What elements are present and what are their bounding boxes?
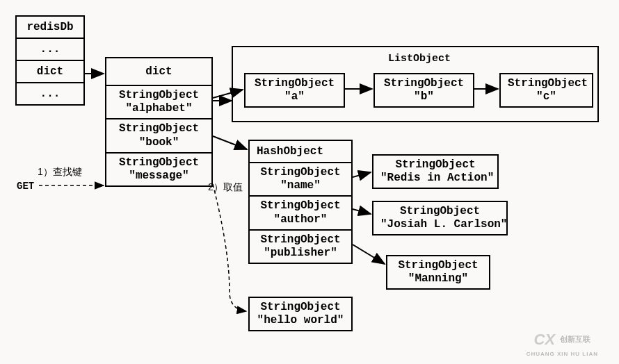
- list-node-a: StringObject "a": [244, 73, 345, 108]
- hash-value-publisher-type: StringObject: [398, 259, 478, 272]
- hash-key-publisher-val: "publisher": [264, 247, 337, 259]
- dict-key-book-type: StringObject: [119, 122, 199, 135]
- redisdb-row-dict: dict: [17, 61, 83, 83]
- hash-key-name: StringObject "name": [250, 163, 351, 197]
- dict-header: dict: [106, 58, 211, 86]
- dict-key-alphabet-val: "alphabet": [125, 102, 192, 115]
- hash-key-name-val: "name": [280, 179, 321, 192]
- message-value: StringObject "hello world": [248, 297, 353, 331]
- dict-key-book-val: "book": [139, 136, 179, 149]
- message-value-type: StringObject: [260, 301, 340, 313]
- svg-line-7: [353, 209, 371, 214]
- hash-value-name-type: StringObject: [395, 158, 475, 171]
- dict-key-message: StringObject "message": [106, 154, 211, 185]
- dict-key-alphabet: StringObject "alphabet": [106, 86, 211, 119]
- redisdb-table: redisDb ... dict ...: [15, 15, 85, 106]
- svg-line-8: [353, 245, 385, 264]
- dict-table: dict StringObject "alphabet" StringObjec…: [105, 57, 213, 187]
- dict-key-message-type: StringObject: [119, 156, 199, 169]
- list-node-c-type: StringObject: [508, 77, 588, 90]
- hash-value-author-type: StringObject: [400, 205, 480, 217]
- dict-key-book: StringObject "book": [106, 119, 211, 153]
- hash-value-publisher: StringObject "Manning": [386, 255, 490, 290]
- list-node-c-val: "c": [536, 90, 556, 103]
- hash-key-author-val: "author": [274, 213, 328, 226]
- hash-value-author-val: "Josiah L. Carlson": [380, 218, 507, 231]
- message-value-val: "hello world": [257, 314, 344, 326]
- watermark-logo: CX: [534, 331, 556, 349]
- list-node-b: StringObject "b": [373, 73, 474, 108]
- hash-value-publisher-val: "Manning": [408, 272, 468, 285]
- redisdb-header: redisDb: [17, 17, 83, 39]
- hash-key-publisher: StringObject "publisher": [250, 231, 351, 263]
- annotation-get: GET: [17, 181, 34, 192]
- list-node-b-type: StringObject: [384, 77, 464, 90]
- hashobject-header: HashObject: [250, 141, 351, 163]
- svg-line-6: [353, 172, 371, 177]
- redisdb-row-ellipsis1: ...: [17, 39, 83, 61]
- watermark: CX 创新互联 CHUANG XIN HU LIAN: [526, 331, 598, 357]
- dict-key-alphabet-type: StringObject: [119, 89, 199, 101]
- hash-key-publisher-type: StringObject: [260, 233, 340, 246]
- list-node-a-val: "a": [284, 90, 305, 103]
- hash-value-name: StringObject "Redis in Action": [372, 154, 499, 189]
- list-node-a-type: StringObject: [255, 77, 335, 90]
- hash-key-author-type: StringObject: [260, 199, 340, 212]
- annotation-step1: 1）查找键: [38, 166, 82, 179]
- hash-key-author: StringObject "author": [250, 197, 351, 230]
- dict-key-message-val: "message": [129, 169, 188, 182]
- hash-value-name-val: "Redis in Action": [380, 172, 494, 184]
- redisdb-row-ellipsis2: ...: [17, 83, 83, 104]
- annotation-step2: 2）取值: [208, 181, 243, 194]
- hash-key-name-type: StringObject: [260, 166, 340, 179]
- svg-line-5: [213, 136, 247, 149]
- hash-value-author: StringObject "Josiah L. Carlson": [372, 201, 508, 235]
- watermark-text1: 创新互联: [560, 335, 590, 343]
- list-node-c: StringObject "c": [499, 73, 593, 108]
- list-node-b-val: "b": [414, 90, 434, 103]
- listobject-label: ListObject: [388, 53, 451, 65]
- watermark-text2: CHUANG XIN HU LIAN: [526, 351, 598, 357]
- hashobject-table: HashObject StringObject "name" StringObj…: [248, 140, 353, 264]
